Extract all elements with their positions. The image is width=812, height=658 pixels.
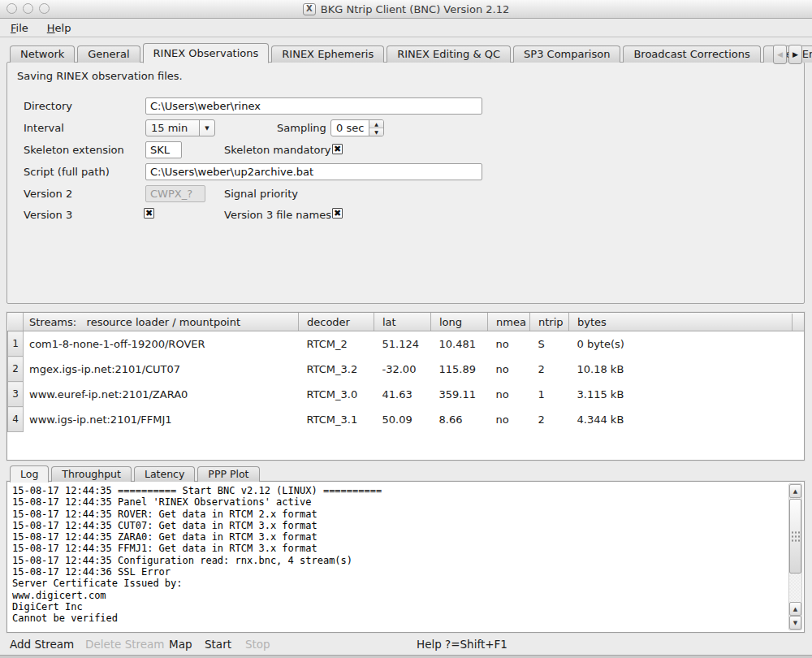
menu-help[interactable]: Help xyxy=(45,21,74,35)
version3-checkbox[interactable]: ✖ xyxy=(144,208,154,219)
table-corner-cell[interactable] xyxy=(8,313,24,331)
col-header-streams[interactable]: Streams: resource loader / mountpoint xyxy=(24,313,299,331)
script-label: Script (full path) xyxy=(24,166,110,178)
tab-rinex-ephemeris[interactable]: RINEX Ephemeris xyxy=(271,45,384,63)
table-row[interactable]: 4 www.igs-ip.net:2101/FFMJ1 RTCM_3.1 50.… xyxy=(8,407,805,432)
version3-filenames-checkbox[interactable]: ✖ xyxy=(332,208,343,219)
col-header-long[interactable]: long xyxy=(431,313,488,331)
tab-latency[interactable]: Latency xyxy=(134,466,195,482)
log-panel: 15-08-17 12:44:35 ========== Start BNC v… xyxy=(6,481,805,633)
cell-bytes[interactable]: 0 byte(s) xyxy=(569,331,805,357)
tab-ppp-plot[interactable]: PPP Plot xyxy=(197,466,259,482)
cell-mountpoint[interactable]: mgex.igs-ip.net:2101/CUT07 xyxy=(24,357,299,382)
cell-decoder[interactable]: RTCM_3.1 xyxy=(299,407,374,432)
table-row[interactable]: 2 mgex.igs-ip.net:2101/CUT07 RTCM_3.2 -3… xyxy=(8,357,805,382)
version2-input xyxy=(145,185,205,202)
streams-table-frame: Streams: resource loader / mountpoint de… xyxy=(6,312,805,461)
tab-rinex-editing-qc[interactable]: RINEX Editing & QC xyxy=(387,45,511,63)
arrow-up-icon: ▲ xyxy=(793,488,797,495)
row-header[interactable]: 2 xyxy=(8,357,24,382)
skeleton-mandatory-checkbox[interactable]: ✖ xyxy=(332,144,343,154)
directory-input[interactable] xyxy=(145,97,482,115)
cell-decoder[interactable]: RTCM_3.2 xyxy=(299,357,374,382)
skeleton-extension-label: Skeleton extension xyxy=(24,144,124,156)
spin-down-icon[interactable]: ▼ xyxy=(369,128,383,136)
script-input[interactable] xyxy=(145,163,482,180)
row-header[interactable]: 1 xyxy=(8,331,24,357)
tab-scroll-right-button[interactable]: ▶ xyxy=(788,45,802,64)
start-button[interactable]: Start xyxy=(205,638,231,651)
tab-rinex-observations[interactable]: RINEX Observations xyxy=(143,43,270,63)
map-button[interactable]: Map xyxy=(169,638,192,651)
cell-nmea[interactable]: no xyxy=(488,382,530,407)
tab-general[interactable]: General xyxy=(77,45,140,63)
x11-app-icon: X xyxy=(303,3,316,15)
cell-bytes[interactable]: 4.344 kB xyxy=(569,407,805,432)
cell-lat[interactable]: 41.63 xyxy=(374,382,431,407)
cell-lat[interactable]: 51.124 xyxy=(374,331,431,357)
col-header-bytes[interactable]: bytes xyxy=(569,313,805,331)
log-scrollbar[interactable]: ▲ ▲ ▼ xyxy=(788,483,802,630)
chevron-right-icon: ▶ xyxy=(793,50,798,58)
table-header-row: Streams: resource loader / mountpoint de… xyxy=(8,313,805,331)
cell-nmea[interactable]: no xyxy=(488,331,530,357)
cell-long[interactable]: 359.11 xyxy=(431,382,488,407)
col-header-ntrip[interactable]: ntrip xyxy=(530,313,569,331)
cell-decoder[interactable]: RTCM_2 xyxy=(299,331,374,357)
tab-log[interactable]: Log xyxy=(10,465,49,483)
col-header-decoder[interactable]: decoder xyxy=(299,313,374,331)
col-header-lat[interactable]: lat xyxy=(374,313,431,331)
cell-decoder[interactable]: RTCM_3.0 xyxy=(299,382,374,407)
cell-long[interactable]: 10.481 xyxy=(431,331,488,357)
delete-stream-button: Delete Stream xyxy=(85,638,165,651)
interval-dropdown[interactable]: 15 min ▼ xyxy=(145,119,215,136)
cell-nmea[interactable]: no xyxy=(488,407,530,432)
scroll-up-button-bottom[interactable]: ▲ xyxy=(789,602,801,616)
tab-scroll-left-button[interactable]: ◀ xyxy=(773,45,787,64)
cell-ntrip[interactable]: S xyxy=(530,331,569,357)
checkbox-check-icon: ✖ xyxy=(334,209,341,218)
checkbox-check-icon: ✖ xyxy=(334,145,341,154)
table-row[interactable]: 3 www.euref-ip.net:2101/ZARA0 RTCM_3.0 4… xyxy=(8,382,805,407)
cell-mountpoint[interactable]: www.igs-ip.net:2101/FFMJ1 xyxy=(24,407,299,432)
log-output[interactable]: 15-08-17 12:44:35 ========== Start BNC v… xyxy=(12,485,783,630)
tab-broadcast-corrections[interactable]: Broadcast Corrections xyxy=(623,45,760,63)
scroll-up-button[interactable]: ▲ xyxy=(789,484,801,498)
version3-filenames-label: Version 3 file names xyxy=(224,209,331,221)
cell-bytes[interactable]: 3.115 kB xyxy=(569,382,805,407)
chevron-left-icon: ◀ xyxy=(777,50,783,58)
menu-file[interactable]: File xyxy=(8,21,31,35)
skeleton-extension-input[interactable] xyxy=(145,141,182,158)
table-row[interactable]: 1 com1-8-none-1-off-19200/ROVER RTCM_2 5… xyxy=(8,331,805,357)
spin-up-icon[interactable]: ▲ xyxy=(369,120,383,128)
sampling-spinner[interactable]: 0 sec ▲ ▼ xyxy=(330,119,384,136)
cell-ntrip[interactable]: 2 xyxy=(530,357,569,382)
directory-label: Directory xyxy=(24,100,72,112)
cell-long[interactable]: 115.89 xyxy=(431,357,488,382)
interval-value: 15 min xyxy=(146,122,199,134)
cell-ntrip[interactable]: 2 xyxy=(530,407,569,432)
tab-sp3-comparison[interactable]: SP3 Comparison xyxy=(513,45,620,63)
col-header-nmea[interactable]: nmea xyxy=(488,313,530,331)
rinex-observations-panel: Saving RINEX observation files. Director… xyxy=(6,62,805,304)
app-window: X BKG Ntrip Client (BNC) Version 2.12 Fi… xyxy=(0,0,812,658)
cell-mountpoint[interactable]: com1-8-none-1-off-19200/ROVER xyxy=(24,331,299,357)
scroll-down-button[interactable]: ▼ xyxy=(789,616,801,630)
chevron-down-icon: ▼ xyxy=(199,120,214,136)
cell-nmea[interactable]: no xyxy=(488,357,530,382)
scrollbar-thumb[interactable] xyxy=(789,499,801,574)
help-shortcut-button[interactable]: Help ?=Shift+F1 xyxy=(417,638,508,651)
tab-network[interactable]: Network xyxy=(10,45,75,63)
add-stream-button[interactable]: Add Stream xyxy=(10,638,74,651)
cell-ntrip[interactable]: 1 xyxy=(530,382,569,407)
cell-lat[interactable]: -32.00 xyxy=(374,357,431,382)
tab-throughput[interactable]: Throughput xyxy=(51,466,132,482)
streams-table: Streams: resource loader / mountpoint de… xyxy=(7,313,804,432)
cell-mountpoint[interactable]: www.euref-ip.net:2101/ZARA0 xyxy=(24,382,299,407)
cell-long[interactable]: 8.66 xyxy=(431,407,488,432)
cell-lat[interactable]: 50.09 xyxy=(374,407,431,432)
cell-bytes[interactable]: 10.18 kB xyxy=(569,357,805,382)
row-header[interactable]: 3 xyxy=(8,382,24,407)
row-header[interactable]: 4 xyxy=(8,407,24,432)
sampling-value: 0 sec xyxy=(331,120,369,136)
